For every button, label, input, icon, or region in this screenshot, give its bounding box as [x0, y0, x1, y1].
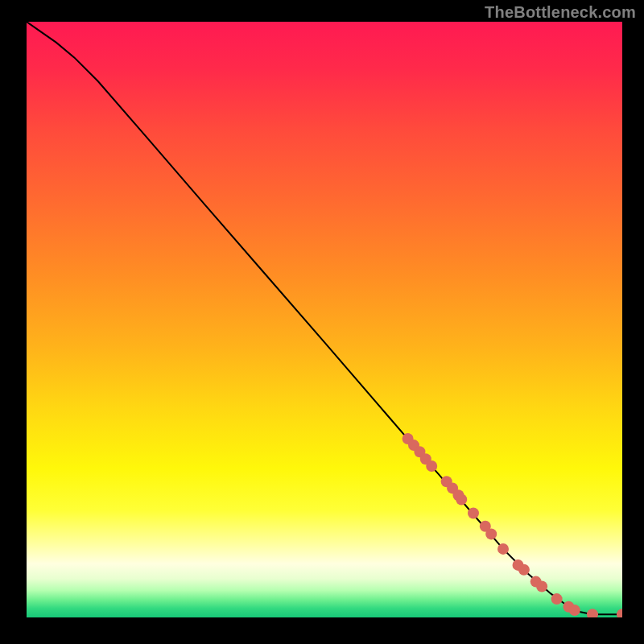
data-markers: [402, 433, 622, 617]
data-marker: [617, 609, 622, 617]
watermark-text: TheBottleneck.com: [485, 3, 636, 22]
data-marker: [426, 460, 437, 472]
curve-layer: [27, 22, 622, 617]
data-marker: [468, 508, 479, 519]
data-marker: [485, 528, 497, 539]
data-marker: [569, 605, 580, 616]
data-marker: [536, 581, 547, 592]
bottleneck-curve: [27, 22, 622, 614]
data-marker: [497, 543, 509, 555]
chart-frame: TheBottleneck.com: [0, 0, 644, 644]
data-marker: [456, 494, 467, 506]
data-marker: [551, 593, 563, 605]
data-marker: [587, 609, 598, 617]
data-marker: [518, 564, 530, 576]
plot-area: [27, 22, 622, 617]
